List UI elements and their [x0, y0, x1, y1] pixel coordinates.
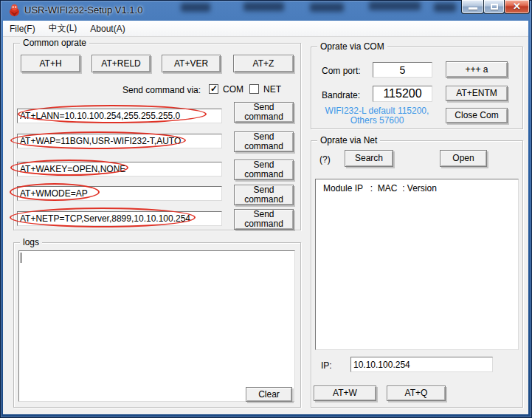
- at-reld-button[interactable]: AT+RELD: [91, 55, 151, 72]
- module-listbox[interactable]: Module IP : MAC : Version: [315, 179, 519, 350]
- check-icon: ✓: [210, 83, 218, 94]
- bandrate-input[interactable]: [373, 86, 432, 102]
- module-list-header: Module IP : MAC : Version: [323, 183, 437, 193]
- group-oprate-via-net: Oprate via Net (?) Search Open Module IP…: [311, 140, 523, 408]
- help-label[interactable]: (?): [319, 154, 331, 165]
- at-w-button[interactable]: AT+W: [314, 386, 376, 401]
- group-oprate-via-com: Oprate via COM Com port: +++ a Bandrate:…: [311, 47, 523, 129]
- menu-about[interactable]: About(A): [83, 22, 131, 35]
- ip-input[interactable]: [350, 357, 493, 372]
- glass-blur-decoration: [243, 2, 284, 11]
- glass-blur-decoration: [310, 3, 344, 12]
- client-area: Common oprate AT+H AT+RELD AT+VER AT+Z S…: [3, 37, 528, 414]
- text-caret: [21, 253, 21, 263]
- at-entm-button[interactable]: AT+ENTM: [446, 86, 508, 101]
- menu-language[interactable]: 中文(L): [42, 21, 84, 36]
- glass-blur-decoration: [434, 3, 456, 12]
- send-via-label: Send command via:: [122, 85, 201, 95]
- menu-bar: File(F) 中文(L) About(A): [3, 21, 528, 37]
- command-input-wap[interactable]: [17, 134, 222, 148]
- net-checkbox[interactable]: [249, 84, 259, 94]
- at-z-button[interactable]: AT+Z: [233, 55, 294, 72]
- at-ver-button[interactable]: AT+VER: [162, 55, 221, 72]
- command-input-wakey[interactable]: [17, 162, 222, 177]
- baudrate-hint-line2: Others 57600: [314, 116, 440, 126]
- minimize-button[interactable]: [461, 0, 484, 14]
- com-checkbox[interactable]: ✓: [209, 84, 218, 94]
- close-icon: ✕: [505, 1, 529, 12]
- minimize-icon: [469, 7, 477, 10]
- maximize-button[interactable]: [483, 0, 505, 14]
- close-com-button[interactable]: Close Com: [446, 108, 508, 123]
- open-button[interactable]: Open: [440, 150, 487, 167]
- command-input-lann[interactable]: [17, 109, 222, 123]
- at-h-button[interactable]: AT+H: [21, 55, 80, 72]
- net-checkbox-label: NET: [263, 84, 281, 95]
- group-logs: logs Clear: [13, 242, 301, 408]
- app-window: USR-WIFI232-Setup V1.1.0 ✕ File(F) 中文(L)…: [0, 0, 532, 418]
- at-q-button[interactable]: AT+Q: [387, 386, 446, 401]
- group-net-title: Oprate via Net: [317, 135, 380, 145]
- search-button[interactable]: Search: [345, 150, 393, 167]
- com-port-label: Com port:: [322, 66, 361, 76]
- window-title: USR-WIFI232-Setup V1.1.0: [24, 4, 142, 16]
- send-command-button-5[interactable]: Send command: [234, 209, 294, 230]
- group-logs-title: logs: [20, 237, 42, 247]
- bandrate-label: Bandrate:: [322, 90, 360, 100]
- maximize-icon: [491, 4, 498, 10]
- glass-blur-decoration: [181, 3, 210, 12]
- group-com-title: Oprate via COM: [317, 41, 387, 52]
- glass-blur-decoration: [369, 1, 421, 10]
- group-common-title: Common oprate: [20, 38, 89, 48]
- close-button[interactable]: ✕: [504, 0, 530, 14]
- group-common-oprate: Common oprate AT+H AT+RELD AT+VER AT+Z S…: [13, 43, 301, 230]
- title-bar[interactable]: USR-WIFI232-Setup V1.1.0 ✕: [0, 0, 532, 21]
- plus-a-button[interactable]: +++ a: [446, 61, 508, 78]
- com-checkbox-label: COM: [223, 84, 243, 95]
- clear-button[interactable]: Clear: [246, 387, 292, 402]
- baudrate-hint: WIFI232-L default 115200, Others 57600: [314, 106, 440, 126]
- logs-textarea[interactable]: [18, 250, 295, 402]
- command-input-netp[interactable]: [17, 211, 222, 226]
- com-port-input[interactable]: [373, 62, 432, 78]
- menu-file[interactable]: File(F): [3, 22, 42, 35]
- send-command-button-3[interactable]: Send command: [234, 160, 294, 180]
- command-input-wmode[interactable]: [17, 186, 222, 201]
- send-command-button-4[interactable]: Send command: [234, 185, 294, 205]
- send-command-button-1[interactable]: Send command: [234, 102, 294, 123]
- send-command-button-2[interactable]: Send command: [234, 131, 294, 152]
- ip-label: IP:: [321, 360, 332, 371]
- app-icon: [8, 4, 21, 16]
